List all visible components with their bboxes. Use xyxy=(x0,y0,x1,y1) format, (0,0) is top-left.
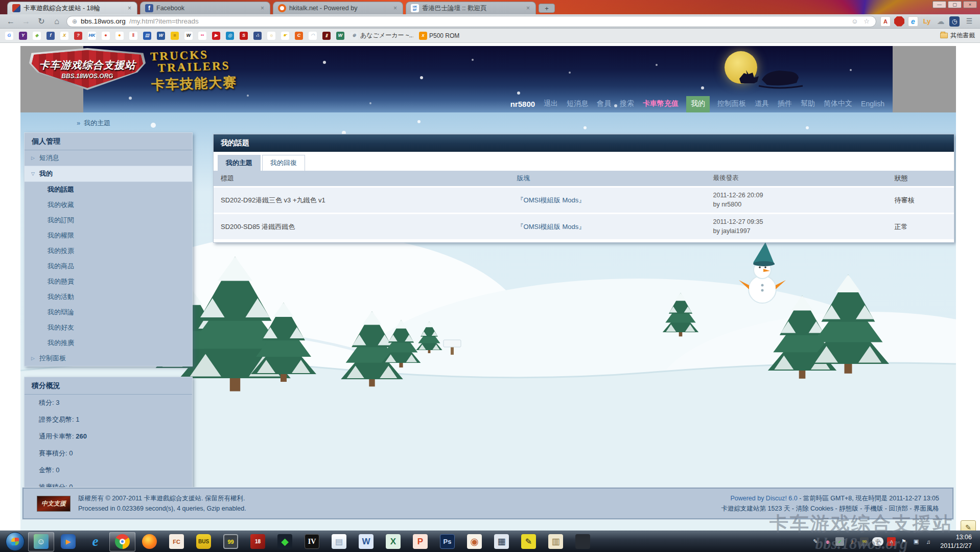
sidebar-my-activities[interactable]: 我的活動 xyxy=(25,289,192,305)
page-action-icon[interactable]: ☺ xyxy=(850,17,859,25)
bookmark-orange-dot[interactable]: ● xyxy=(115,32,124,40)
taskbar-bus-app[interactable]: BUS xyxy=(191,532,217,551)
taskbar-monitor-99[interactable]: 99 xyxy=(218,532,244,551)
tab-close-icon[interactable]: × xyxy=(260,5,265,12)
bookmark-figures[interactable]: ∴ xyxy=(253,32,262,40)
forum-link[interactable]: 『OMSI模組版 Mods』 xyxy=(517,196,586,204)
nav-username[interactable]: nr5800 xyxy=(510,100,535,108)
bookmark-hk[interactable]: HK xyxy=(88,32,96,40)
forum-link[interactable]: 『OMSI模組版 Mods』 xyxy=(517,223,586,231)
taskbar-internet-explorer[interactable]: e xyxy=(82,532,108,551)
bookmark-blue-globe[interactable]: ◎ xyxy=(226,32,234,40)
taskbar-calculator[interactable]: ▦ xyxy=(488,532,515,551)
bookmark-youtube[interactable]: ▶ xyxy=(212,32,220,40)
bookmark-hand[interactable]: ☛ xyxy=(281,32,289,40)
tab-my-replies[interactable]: 我的回復 xyxy=(262,155,305,171)
sidebar-item-messages[interactable]: ▷ 短消息 xyxy=(25,150,192,166)
nav-plugins[interactable]: 插件 xyxy=(778,99,792,108)
nav-logout[interactable]: 退出 xyxy=(544,99,558,108)
new-tab-button[interactable]: + xyxy=(539,4,555,13)
nav-messages[interactable]: 短消息 xyxy=(567,99,588,108)
back-icon[interactable]: ← xyxy=(5,16,16,27)
bookmark-msn[interactable]: ◆ xyxy=(33,32,41,40)
forward-icon[interactable]: → xyxy=(20,16,32,27)
bookmark-green-w[interactable]: W xyxy=(336,32,344,40)
topic-title-link[interactable]: SD202-D92港鐵三色 v3 +九鐵色 v1 xyxy=(221,196,325,204)
browser-tab-hkbf[interactable]: HKBF 香港巴士論壇 :: 歡迎頁 × xyxy=(406,2,536,14)
taskbar-media-player[interactable]: ▶ xyxy=(55,532,81,551)
nav-search[interactable]: 搜索 xyxy=(620,99,634,108)
topic-title-link[interactable]: SD200-SD85 港鐵西鐵色 xyxy=(221,223,295,231)
bookmark-wikipedia[interactable]: W xyxy=(184,32,193,40)
taskbar-clock[interactable]: 13:06 2011/12/27 xyxy=(940,533,974,550)
home-icon[interactable]: ⌂ xyxy=(51,16,62,27)
taskbar-powerpoint[interactable]: P xyxy=(407,532,433,551)
tray-ati-icon[interactable]: A xyxy=(887,537,896,546)
bookmark-anago-maker[interactable]: ⊕ あなごメーカー ~... xyxy=(350,31,413,40)
tray-lg-icon[interactable]: ● xyxy=(823,537,832,546)
address-bar[interactable]: ⊕ bbs.18wos.org /my.html?item=threads ☺ … xyxy=(66,16,876,27)
taskbar-sims[interactable]: ◆ xyxy=(272,532,298,551)
taskbar-mfc-blocks[interactable]: FC xyxy=(164,532,190,551)
nav-help[interactable]: 幫助 xyxy=(801,99,815,108)
site-logo[interactable]: 卡车游戏综合支援站 BBS.18WOS.ORG TRUCKS TRAILERS … xyxy=(29,48,237,93)
nav-my[interactable]: 我的 xyxy=(686,96,710,112)
tab-close-icon[interactable]: × xyxy=(392,5,398,12)
tray-display-icon[interactable]: 99 xyxy=(860,537,869,546)
cloud-extension-icon[interactable]: ☁ xyxy=(936,16,946,27)
sidebar-my-subscriptions[interactable]: 我的訂閱 xyxy=(25,213,192,228)
nav-tools[interactable]: 道具 xyxy=(755,99,769,108)
sidebar-my-debates[interactable]: 我的辯論 xyxy=(25,305,192,320)
note-widget[interactable]: ✎ xyxy=(961,520,976,531)
tray-network-icon[interactable]: ▣ xyxy=(912,537,920,546)
nav-members[interactable]: 會員 xyxy=(597,99,611,108)
bookmark-p500-rom[interactable]: x P500 ROM xyxy=(419,32,459,40)
translate-extension-icon[interactable]: A xyxy=(880,16,891,27)
maximize-button[interactable]: ▢ xyxy=(948,1,962,8)
sidebar-my-goods[interactable]: 我的商品 xyxy=(25,259,192,274)
taskbar-dark-app[interactable] xyxy=(570,532,596,551)
bookmark-rss[interactable]: ◠ xyxy=(309,32,317,40)
nav-english[interactable]: English xyxy=(861,100,884,108)
sidebar-my-permissions[interactable]: 我的權限 xyxy=(25,228,192,243)
nav-simplified-chinese[interactable]: 简体中文 xyxy=(824,99,852,108)
taskbar-photoshop[interactable]: Ps xyxy=(434,532,460,551)
taskbar-pen-tool[interactable]: ✎ xyxy=(516,532,542,551)
bookmark-chrome-colored[interactable]: ● xyxy=(102,32,110,40)
bookmark-red-question[interactable]: ? xyxy=(74,32,82,40)
ie-tab-extension-icon[interactable]: e xyxy=(908,16,918,27)
minimize-button[interactable]: — xyxy=(932,1,946,8)
tab-my-threads[interactable]: 我的主題 xyxy=(218,155,261,171)
reload-icon[interactable]: ↻ xyxy=(36,16,47,27)
close-button[interactable]: × xyxy=(963,1,977,8)
tray-usb-icon[interactable]: ✓ xyxy=(835,537,844,546)
discuz-link[interactable]: Powered by Discuz! 6.0 xyxy=(730,495,797,502)
bookmark-yellow-x[interactable]: X xyxy=(60,32,68,40)
taskbar-word[interactable]: W xyxy=(353,532,379,551)
sidebar-item-control-panel[interactable]: ▷ 控制面板 xyxy=(25,351,192,366)
sidebar-my-topics[interactable]: 我的話題 xyxy=(25,182,192,197)
taskbar-msn-messenger[interactable]: ☺ xyxy=(28,532,54,551)
tab-close-icon[interactable]: × xyxy=(525,5,531,12)
bookmark-tiger[interactable]: ≡ xyxy=(171,32,179,40)
taskbar-archive-box[interactable]: ▥ xyxy=(543,532,569,551)
browser-tab-facebook[interactable]: f Facebook × xyxy=(140,2,270,14)
bookmark-word[interactable]: W xyxy=(157,32,165,40)
bookmark-dark-red[interactable]: ▮ xyxy=(322,32,331,40)
tray-volume-orange-icon[interactable]: ♪ xyxy=(848,537,856,546)
adblock-extension-icon[interactable] xyxy=(894,16,904,27)
browser-tab-hkitalk[interactable]: hkitalk.net - Powered by × xyxy=(273,2,403,14)
bookmark-star-icon[interactable]: ☆ xyxy=(862,17,871,25)
footer-links[interactable]: 卡遊綜支建站第 1523 天 - 清除 Cookies - 靜態版 - 手機版 … xyxy=(721,503,939,514)
tray-flag-icon[interactable]: ⚑ xyxy=(899,537,908,546)
start-button[interactable] xyxy=(6,532,25,551)
browser-tab-18wos[interactable]: 卡車遊戲綜合支援站 - 18輪 × xyxy=(7,2,137,14)
nav-control-panel[interactable]: 控制面板 xyxy=(717,99,746,108)
taskbar-firefox[interactable] xyxy=(136,532,162,551)
sidebar-item-my[interactable]: ▽ 我的 xyxy=(25,166,192,182)
bookmark-red-s[interactable]: S xyxy=(240,32,248,40)
sidebar-my-promotion[interactable]: 我的推廣 xyxy=(25,335,192,351)
bookmark-gold-flower[interactable]: ☼ xyxy=(267,32,275,40)
bookmark-red-stripes[interactable]: ‖ xyxy=(129,32,137,40)
taskbar-excel[interactable]: X xyxy=(380,532,406,551)
